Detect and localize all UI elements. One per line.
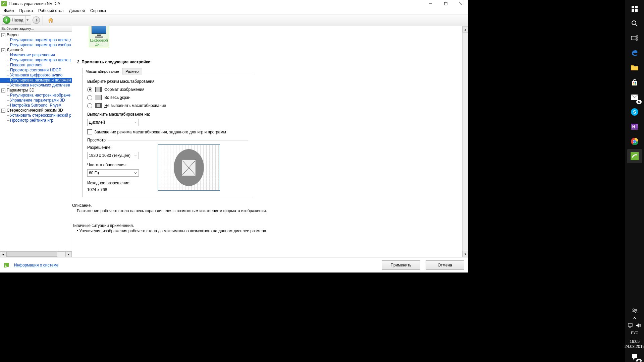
taskbar-clock[interactable]: 16:05 24.03.2019 (625, 338, 644, 351)
nvidia-taskbar-icon[interactable] (627, 149, 642, 163)
task-view-icon[interactable] (627, 31, 642, 45)
menu-display[interactable]: Дисплей (66, 8, 88, 14)
language-indicator[interactable]: РУС (627, 329, 643, 337)
section-header: 2. Применить следующие настройки: (77, 60, 152, 64)
scroll-thumb[interactable] (6, 252, 57, 257)
explorer-icon[interactable] (627, 61, 642, 75)
radio-noscale-row[interactable]: Не выполнять масштабирование (87, 102, 248, 109)
radio-noscale[interactable] (87, 103, 92, 108)
tree-cat-display[interactable]: −Дисплей (0, 48, 72, 53)
window-controls (423, 0, 468, 7)
resolution-combo[interactable]: 644 x 362 (текущее) (87, 152, 139, 159)
home-button[interactable] (46, 15, 56, 25)
scroll-left-button[interactable]: ◂ (0, 251, 6, 257)
radio-noscale-label: Не выполнять масштабирование (104, 103, 166, 108)
svg-rect-21 (636, 124, 638, 126)
tree-item[interactable]: Регулировка параметров изображения (0, 43, 72, 48)
svg-rect-15 (635, 83, 636, 84)
collapse-icon[interactable]: − (1, 48, 5, 52)
maximize-button[interactable] (438, 0, 453, 7)
onenote-icon[interactable]: N (627, 120, 642, 134)
tree-item[interactable]: Регулировка параметров цвета рабочег (0, 58, 72, 63)
tree-item[interactable]: Установка нескольких дисплеев (0, 83, 72, 88)
task-header: Выберите задачу... (0, 26, 72, 32)
tree-cat-video[interactable]: −Видео (0, 33, 72, 38)
tray-overflow-icon[interactable] (627, 314, 643, 322)
description-block: Описание. Растяжение рабочего стола на в… (72, 203, 320, 237)
radio-fullscreen-row[interactable]: Во весь экран (87, 94, 248, 101)
sidebar-hscrollbar[interactable]: ◂ ▸ (0, 251, 72, 257)
menu-edit[interactable]: Правка (17, 8, 36, 14)
menu-file[interactable]: Файл (1, 8, 17, 14)
tab-row: Масштабирование Размер (82, 68, 253, 75)
mail-badge: 6 (636, 100, 642, 104)
refresh-combo[interactable]: 60 Гц (87, 169, 139, 177)
network-icon[interactable] (628, 323, 633, 328)
tree-item[interactable]: Регулировка настроек изображения с п (0, 93, 72, 98)
content-vscrollbar[interactable]: ▴ ▾ (462, 26, 468, 257)
people-icon[interactable] (627, 307, 643, 314)
tree-item[interactable]: Регулировка параметров цвета для вид (0, 38, 72, 43)
back-history-dropdown[interactable] (25, 16, 30, 24)
chrome-icon[interactable] (627, 134, 642, 148)
tree-item[interactable]: Установка цифрового аудио (0, 73, 72, 78)
store-icon[interactable] (627, 75, 642, 89)
aspect-icon (95, 87, 102, 92)
volume-icon[interactable] (636, 323, 641, 328)
tab-size[interactable]: Размер (122, 68, 142, 75)
perform-on-combo[interactable]: Дисплей (87, 119, 139, 126)
radio-fullscreen[interactable] (87, 95, 92, 100)
edge-icon[interactable] (627, 46, 642, 60)
tree-item[interactable]: Просмотр рейтинга игр (0, 118, 72, 123)
window-title: Панель управления NVIDIA (9, 1, 423, 6)
start-button[interactable] (627, 2, 642, 16)
radio-aspect-row[interactable]: Формат изображения (87, 86, 248, 93)
radio-fullscreen-label: Во весь экран (104, 95, 130, 100)
skype-icon[interactable]: S (627, 105, 642, 119)
override-checkbox[interactable] (87, 129, 92, 134)
tree-item-selected[interactable]: Регулировка размера и положения рабо (0, 78, 72, 83)
tree-cat-3d[interactable]: −Параметры 3D (0, 88, 72, 93)
tree-item[interactable]: Поворот дисплея (0, 63, 72, 68)
apply-button[interactable]: Применить (382, 260, 420, 270)
forward-button[interactable] (33, 16, 40, 24)
tree-item[interactable]: Просмотр состояния HDCP (0, 68, 72, 73)
monitor-icon (92, 26, 106, 34)
collapse-icon[interactable]: − (1, 109, 5, 113)
scroll-track[interactable] (6, 251, 65, 257)
action-center-icon[interactable]: 25 (627, 351, 642, 362)
task-sidebar: Выберите задачу... −Видео Регулировка па… (0, 26, 72, 257)
override-row[interactable]: Замещение режима масштабирования, заданн… (87, 129, 248, 134)
tab-scaling[interactable]: Масштабирование (82, 68, 122, 75)
title-bar: Панель управления NVIDIA (0, 0, 468, 7)
cancel-button[interactable]: Отмена (426, 260, 464, 270)
notification-badge: 25 (636, 359, 642, 362)
tree-item[interactable]: Настройка Surround, PhysX (0, 103, 72, 108)
tree-item[interactable]: Изменение разрешения (0, 53, 72, 58)
menu-help[interactable]: Справка (88, 8, 109, 14)
back-button[interactable] (3, 16, 10, 24)
svg-rect-13 (635, 82, 636, 83)
scroll-right-button[interactable]: ▸ (65, 251, 72, 257)
scroll-down-button[interactable]: ▾ (463, 251, 468, 257)
menu-desktop[interactable]: Рабочий стол (36, 8, 66, 14)
back-label: Назад (12, 18, 23, 22)
collapse-icon[interactable]: − (1, 33, 5, 37)
tree-item[interactable]: Установить стереоскопический режим 3 (0, 113, 72, 118)
system-info-link[interactable]: Информация о системе (14, 263, 58, 267)
mail-icon[interactable]: 6 (627, 90, 642, 104)
radio-aspect[interactable] (87, 87, 92, 92)
close-button[interactable] (453, 0, 468, 7)
collapse-icon[interactable]: − (1, 88, 5, 93)
minimize-button[interactable] (423, 0, 438, 7)
search-icon[interactable] (627, 16, 642, 31)
tree-cat-stereo[interactable]: −Стереоскопический режим 3D (0, 108, 72, 113)
tree-item[interactable]: Управление параметрами 3D (0, 98, 72, 103)
display-thumbnail[interactable]: Цифровой ди... (89, 26, 109, 47)
preview-box (158, 144, 220, 191)
svg-point-26 (633, 140, 636, 143)
svg-rect-30 (628, 323, 632, 326)
scroll-up-button[interactable]: ▴ (463, 26, 468, 33)
scroll-track[interactable] (463, 33, 468, 251)
resolution-label: Разрешение: (87, 145, 144, 150)
